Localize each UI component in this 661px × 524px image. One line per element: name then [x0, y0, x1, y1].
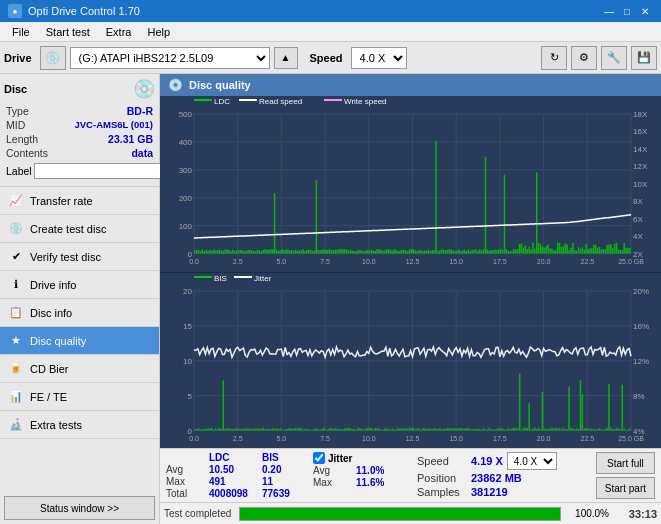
- refresh-button[interactable]: ↻: [541, 46, 567, 70]
- svg-rect-459: [462, 428, 464, 430]
- svg-rect-490: [521, 429, 523, 430]
- svg-rect-164: [422, 251, 424, 254]
- bottom-bar: Test completed 100.0% 33:13: [160, 502, 661, 524]
- status-window-button[interactable]: Status window >>: [4, 496, 155, 520]
- sidebar-item-disc-info[interactable]: 📋 Disc info: [0, 299, 159, 327]
- svg-rect-216: [521, 244, 523, 254]
- sidebar-item-verify-test-disc[interactable]: ✔ Verify test disc: [0, 243, 159, 271]
- disc-contents-row: Contents data: [4, 146, 155, 160]
- sidebar-item-label: Drive info: [30, 279, 76, 291]
- jitter-checkbox[interactable]: [313, 452, 325, 464]
- avg-row: Avg 10.50 0.20: [166, 464, 297, 475]
- start-part-button[interactable]: Start part: [596, 477, 655, 499]
- sidebar-item-drive-info[interactable]: ℹ Drive info: [0, 271, 159, 299]
- svg-rect-494: [528, 403, 530, 430]
- svg-rect-386: [323, 427, 325, 430]
- svg-rect-98: [297, 251, 299, 254]
- svg-rect-60: [224, 249, 226, 253]
- ldc-bis-stats: LDC BIS Avg 10.50 0.20 Max 491 11 Total …: [166, 452, 297, 499]
- svg-rect-427: [401, 428, 403, 430]
- speed-select[interactable]: 4.0 X: [351, 47, 407, 69]
- sidebar-item-cd-bier[interactable]: 🍺 CD Bier: [0, 355, 159, 383]
- svg-rect-485: [511, 428, 513, 430]
- svg-rect-264: [612, 248, 614, 253]
- svg-rect-498: [536, 429, 538, 430]
- svg-rect-432: [411, 428, 413, 430]
- svg-rect-273: [629, 248, 631, 254]
- panel-header: 💿 Disc quality: [160, 74, 661, 96]
- svg-text:16X: 16X: [633, 127, 648, 136]
- svg-rect-548: [194, 276, 212, 278]
- close-button[interactable]: ✕: [637, 3, 653, 19]
- menu-extra[interactable]: Extra: [98, 24, 140, 40]
- ldc-avg: 10.50: [209, 464, 254, 475]
- svg-rect-512: [563, 427, 565, 430]
- svg-rect-357: [268, 429, 270, 430]
- svg-rect-48: [202, 249, 204, 253]
- svg-rect-131: [359, 250, 361, 254]
- svg-rect-242: [570, 248, 572, 254]
- svg-text:12X: 12X: [633, 162, 648, 171]
- charts-area: 500400300200100018X16X14X12X10X8X6X4X2X0…: [160, 96, 661, 448]
- svg-rect-68: [240, 250, 242, 253]
- save-button[interactable]: 💾: [631, 46, 657, 70]
- svg-rect-396: [342, 428, 344, 430]
- svg-rect-190: [471, 250, 473, 254]
- svg-rect-125: [348, 250, 350, 253]
- svg-rect-122: [342, 249, 344, 253]
- svg-rect-212: [513, 249, 515, 253]
- svg-rect-47: [200, 251, 202, 253]
- svg-text:16%: 16%: [633, 321, 649, 330]
- sidebar-item-extra-tests[interactable]: 🔬 Extra tests: [0, 411, 159, 439]
- tools-button[interactable]: 🔧: [601, 46, 627, 70]
- app-icon: ●: [8, 4, 22, 18]
- svg-rect-363: [280, 428, 282, 430]
- maximize-button[interactable]: □: [619, 3, 635, 19]
- jitter-label: Jitter: [328, 453, 352, 464]
- svg-rect-454: [452, 427, 454, 430]
- start-full-button[interactable]: Start full: [596, 452, 655, 474]
- svg-rect-148: [392, 251, 394, 254]
- svg-rect-160: [414, 250, 416, 253]
- chart1-svg: 500400300200100018X16X14X12X10X8X6X4X2X0…: [160, 96, 661, 272]
- svg-rect-522: [582, 394, 584, 430]
- svg-rect-328: [213, 429, 215, 430]
- svg-text:10: 10: [183, 356, 192, 365]
- svg-rect-233: [553, 251, 555, 254]
- svg-rect-132: [361, 251, 363, 254]
- svg-rect-443: [432, 429, 434, 430]
- label-input[interactable]: [34, 163, 167, 179]
- svg-rect-384: [319, 429, 321, 430]
- menu-starttest[interactable]: Start test: [38, 24, 98, 40]
- svg-rect-331: [219, 427, 221, 430]
- sidebar-item-fe-te[interactable]: 📊 FE / TE: [0, 383, 159, 411]
- svg-rect-538: [612, 429, 614, 430]
- svg-rect-332: [221, 428, 223, 430]
- menu-file[interactable]: File: [4, 24, 38, 40]
- svg-rect-92: [285, 250, 287, 254]
- svg-rect-64: [232, 250, 234, 254]
- svg-rect-502: [544, 428, 546, 430]
- eject-button[interactable]: ▲: [274, 47, 298, 69]
- sidebar-item-disc-quality[interactable]: ★ Disc quality: [0, 327, 159, 355]
- svg-rect-489: [519, 373, 521, 430]
- menu-help[interactable]: Help: [139, 24, 178, 40]
- jitter-avg: 11.0%: [356, 465, 401, 476]
- svg-rect-326: [209, 428, 211, 430]
- svg-text:2.5: 2.5: [233, 258, 243, 265]
- sidebar-item-transfer-rate[interactable]: 📈 Transfer rate: [0, 187, 159, 215]
- svg-rect-338: [232, 429, 234, 430]
- settings-button[interactable]: ⚙: [571, 46, 597, 70]
- speed-stat-select[interactable]: 4.0 X: [507, 452, 557, 470]
- minimize-button[interactable]: —: [601, 3, 617, 19]
- svg-rect-187: [466, 251, 468, 254]
- svg-rect-204: [498, 249, 500, 253]
- svg-rect-322: [202, 429, 204, 430]
- jitter-avg-row: Avg 11.0%: [313, 465, 401, 476]
- svg-rect-511: [561, 429, 563, 430]
- sidebar-item-label: Create test disc: [30, 223, 106, 235]
- drive-select[interactable]: (G:) ATAPI iHBS212 2.5L09: [70, 47, 270, 69]
- sidebar-item-create-test-disc[interactable]: 💿 Create test disc: [0, 215, 159, 243]
- svg-rect-110: [319, 251, 321, 254]
- svg-text:5.0: 5.0: [277, 434, 287, 441]
